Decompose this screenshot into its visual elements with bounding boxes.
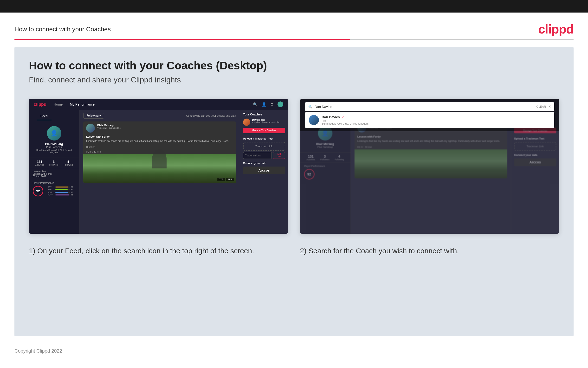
footer: Copyright Clippd 2022 <box>0 343 588 359</box>
app-left-panel: Feed 👤 Blair McHarg Plus Handicap Royal … <box>29 110 79 234</box>
ott-btn[interactable]: OTT <box>217 178 225 181</box>
header-divider <box>14 39 574 40</box>
perf-title: Player Performance <box>33 182 75 184</box>
clear-button[interactable]: CLEAR <box>536 105 546 109</box>
result-verified: ✓ <box>342 116 344 119</box>
following-label: Following <box>63 164 73 166</box>
profile-avatar: 👤 <box>47 126 61 140</box>
bar-ott: OTT 90 <box>48 186 73 188</box>
manage-coaches-button[interactable]: Manage Your Coaches <box>243 128 285 133</box>
player-performance: Player Performance 92 OTT 90 <box>29 180 79 198</box>
followers-count: 3 <box>49 160 59 164</box>
arccos-logo: Arccos <box>243 166 285 174</box>
post-info: Blair McHarg Yesterday · Sunningdale <box>97 124 121 129</box>
stat-following: 4 Following <box>63 160 73 166</box>
app-main-feed: Following ▾ Control who can see your act… <box>79 110 240 234</box>
app-body: Feed 👤 Blair McHarg Plus Handicap Royal … <box>29 110 288 234</box>
control-link[interactable]: Control who can see your activity and da… <box>186 114 236 117</box>
avatar-icon[interactable] <box>278 101 283 107</box>
result-name: Dan Davies <box>322 115 340 119</box>
result-info: Dan Davies ✓ Pro Sunningdale Golf Club, … <box>322 115 369 125</box>
search-result[interactable]: Dan Davies ✓ Pro Sunningdale Golf Club, … <box>305 112 554 128</box>
result-avatar <box>309 115 319 125</box>
post-author-name: Blair McHarg <box>97 124 121 127</box>
profile-handicap: Plus Handicap <box>33 146 75 148</box>
perf-score: 92 <box>33 186 43 196</box>
coach-club: Royal North Devon Golf Club <box>252 121 280 124</box>
profile-section: 👤 Blair McHarg Plus Handicap Royal North… <box>29 122 79 158</box>
coach-info: David Ford Royal North Devon Golf Club <box>252 119 280 124</box>
step1-text: On your Feed, click on the search icon i… <box>37 247 254 255</box>
settings-icon[interactable]: ⚙ <box>270 102 274 107</box>
trackman-box: Trackman Link <box>243 142 285 151</box>
post-body: Looking to feel like my hands are exitin… <box>83 139 236 145</box>
followers-label: Followers <box>49 164 59 166</box>
close-button[interactable]: × <box>548 104 551 109</box>
step1-number: 1) <box>29 247 35 255</box>
post-title: Lesson with Fordy <box>83 135 236 139</box>
page-subheading: Find, connect and share your Clippd insi… <box>29 75 559 84</box>
feed-tab[interactable]: Feed <box>37 112 52 120</box>
app-right-panel: Your Coaches David Ford Royal North Devo… <box>240 110 288 234</box>
add-link-button[interactable]: Add Link <box>273 152 285 159</box>
page-heading: How to connect with your Coaches (Deskto… <box>29 59 559 72</box>
post-image-overlay: OTT APP <box>217 178 234 181</box>
result-role: Pro <box>322 119 369 122</box>
post-date: Yesterday · Sunningdale <box>97 127 121 129</box>
stats-row: 131 Activities 3 Followers 4 Following <box>29 158 79 168</box>
nav-icons: 🔍 👤 ⚙ <box>253 101 283 107</box>
nav-my-performance[interactable]: My Performance <box>70 102 95 106</box>
post-duration: Duration <box>83 145 236 149</box>
following-header: Following ▾ Control who can see your act… <box>79 110 240 121</box>
post-card: Blair McHarg Yesterday · Sunningdale Les… <box>83 121 236 183</box>
stat-followers: 3 Followers <box>49 160 59 166</box>
header: How to connect with your Coaches clippd <box>0 12 588 39</box>
app-btn[interactable]: APP <box>226 178 234 181</box>
copyright: Copyright Clippd 2022 <box>14 348 62 354</box>
post-header: Blair McHarg Yesterday · Sunningdale <box>83 121 236 135</box>
search-icon-2: 🔍 <box>308 105 312 109</box>
bar-app: APP 85 <box>48 188 73 191</box>
trackman-input[interactable] <box>243 152 272 159</box>
latest-activity: Latest Activity Lesson with Fordy 03 Aug… <box>29 168 79 180</box>
nav-home[interactable]: Home <box>54 102 62 106</box>
post-avatar <box>86 124 95 133</box>
activities-label: Activities <box>35 164 44 166</box>
profile-icon[interactable]: 👤 <box>262 102 266 107</box>
coach-item: David Ford Royal North Devon Golf Club <box>243 119 285 126</box>
search-icon[interactable]: 🔍 <box>253 102 258 107</box>
coach-avatar <box>243 119 250 126</box>
main-content: How to connect with your Coaches (Deskto… <box>14 47 574 336</box>
step2-number: 2) <box>300 247 307 255</box>
app-navbar: clippd Home My Performance 🔍 👤 ⚙ <box>29 99 288 110</box>
search-bar: 🔍 Dan Davies CLEAR × <box>305 102 554 111</box>
coach-name: David Ford <box>252 119 280 121</box>
search-query[interactable]: Dan Davies <box>315 105 534 109</box>
app-screenshot-1: clippd Home My Performance 🔍 👤 ⚙ <box>29 99 288 234</box>
app-logo: clippd <box>34 102 46 107</box>
perf-bars: OTT 90 APP 85 <box>48 186 73 196</box>
steps-row: 1) On your Feed, click on the search ico… <box>29 246 559 256</box>
result-club: Sunningdale Golf Club, United Kingdom <box>322 122 369 125</box>
step2-text: Search for the Coach you wish to connect… <box>308 247 459 255</box>
profile-location: Royal North Devon Golf Club, United King… <box>33 149 75 154</box>
activities-count: 131 <box>35 160 44 164</box>
page-title: How to connect with your Coaches <box>14 26 111 33</box>
upload-title: Upload a Trackman Test <box>243 137 285 140</box>
search-overlay: 🔍 Dan Davies CLEAR × Dan Davies ✓ Pro <box>300 99 559 131</box>
app-screenshot-2: clippd Home My Performance Feed 👤 Blair … <box>300 99 559 234</box>
trackman-placeholder: Trackman Link <box>255 145 273 148</box>
screenshot-panel-1: clippd Home My Performance 🔍 👤 ⚙ <box>29 99 288 234</box>
profile-name: Blair McHarg <box>33 142 75 146</box>
step-1-description: 1) On your Feed, click on the search ico… <box>29 246 288 256</box>
activity-date: 03 Aug 2022 <box>33 175 75 178</box>
following-button[interactable]: Following ▾ <box>83 113 104 119</box>
following-count: 4 <box>63 160 73 164</box>
screenshots-row: clippd Home My Performance 🔍 👤 ⚙ <box>29 99 559 234</box>
latest-label: Latest Activity <box>33 170 75 173</box>
connect-title: Connect your data <box>243 162 285 165</box>
screenshot-panel-2: clippd Home My Performance Feed 👤 Blair … <box>300 99 559 234</box>
trackman-input-row: Add Link <box>243 152 285 159</box>
post-image: OTT APP <box>83 154 236 183</box>
activity-title: Lesson with Fordy <box>33 173 75 175</box>
